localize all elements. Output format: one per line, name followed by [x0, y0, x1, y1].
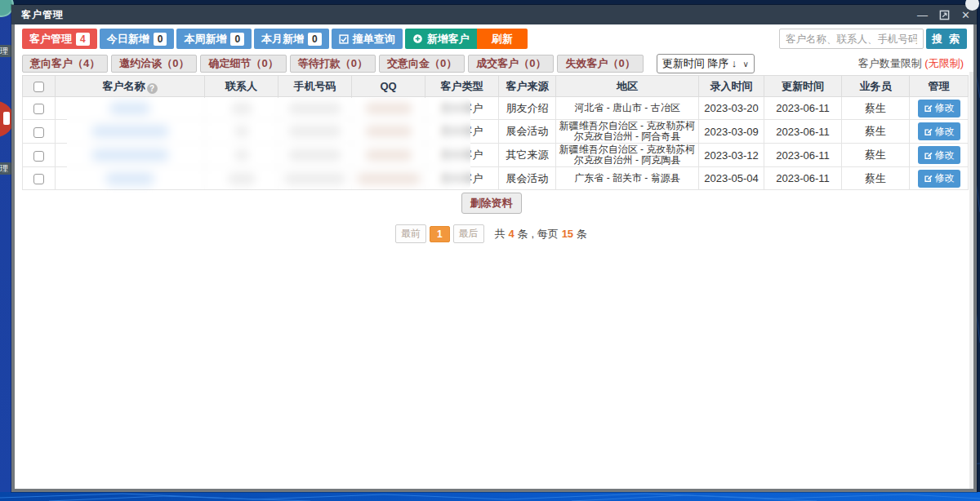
tab-closed-customers[interactable]: 成交客户（0）: [468, 55, 554, 73]
salesperson-cell: 蔡生: [842, 97, 910, 120]
new-this-month-button[interactable]: 本月新增 0: [254, 29, 329, 49]
help-icon[interactable]: [147, 83, 158, 94]
created-time-cell: 2023-05-04: [699, 167, 764, 190]
maximize-icon: [939, 10, 950, 20]
phone-blurred: [284, 173, 345, 184]
edit-button[interactable]: 修改: [918, 122, 960, 140]
background-app-sidebar: 理 理: [0, 0, 11, 492]
col-qq: QQ: [352, 76, 425, 97]
customers-button[interactable]: 客户管理 4: [22, 29, 97, 49]
delete-records-button[interactable]: 删除资料: [461, 193, 522, 214]
pagination: 最前 1 最后 共 4 条 , 每页 15 条: [15, 224, 968, 243]
refresh-button[interactable]: 刷新: [477, 29, 528, 49]
customer-source-cell: 展会活动: [499, 167, 556, 190]
add-customer-button[interactable]: 新增客户: [405, 29, 477, 49]
edit-icon: [924, 127, 933, 136]
row-checkbox[interactable]: [33, 127, 44, 138]
refresh-label: 刷新: [492, 32, 513, 47]
check-square-icon: [339, 34, 349, 44]
customer-name-link-blurred[interactable]: [105, 173, 154, 184]
edit-icon: [924, 174, 933, 183]
customers-count-badge: 4: [76, 33, 90, 46]
qq-blurred: [365, 149, 412, 161]
duplicate-check-label: 撞单查询: [353, 32, 395, 47]
col-customer-name: 客户名称: [56, 76, 205, 97]
tab-awaiting-payment[interactable]: 等待打款（0）: [290, 55, 376, 73]
contact-blurred: [231, 103, 252, 114]
duplicate-check-button[interactable]: 撞单查询: [332, 29, 403, 49]
new-this-month-badge: 0: [308, 33, 322, 46]
close-button[interactable]: ✕: [961, 10, 970, 20]
col-updated-time: 更新时间: [764, 76, 842, 97]
tab-intent-customers[interactable]: 意向客户（4）: [22, 55, 108, 73]
col-customer-type: 客户类型: [425, 76, 499, 97]
window-titlebar[interactable]: 客户管理 — ✕: [11, 5, 977, 24]
minimize-button[interactable]: —: [917, 10, 928, 20]
region-cell: 河北省 - 唐山市 - 古冶区: [556, 97, 699, 120]
background-menu-badge[interactable]: 理: [0, 45, 12, 57]
window-title: 客户管理: [21, 8, 64, 22]
edit-button[interactable]: 修改: [918, 100, 960, 117]
window-body: 客户管理 4 今日新增 0 本周新增 0 本月新增 0 撞单查询: [11, 24, 977, 492]
tab-deposit-paid[interactable]: 交意向金（0）: [379, 55, 465, 73]
toolbar: 客户管理 4 今日新增 0 本周新增 0 本月新增 0 撞单查询: [15, 24, 973, 51]
background-menu-badge[interactable]: 理: [0, 162, 12, 175]
col-customer-source: 客户来源: [499, 76, 556, 97]
chevron-down-icon: [742, 57, 748, 69]
customer-name-link-blurred[interactable]: [109, 103, 150, 114]
edit-icon: [924, 104, 933, 113]
tab-invite-negotiation[interactable]: 邀约洽谈（0）: [111, 55, 197, 73]
new-this-week-label: 本周新增: [184, 32, 226, 47]
customer-type-cell: 意向客户: [425, 144, 499, 167]
first-page-button[interactable]: 最前: [395, 224, 426, 243]
sort-order-value: 更新时间 降序 ↓: [662, 56, 737, 71]
last-page-button[interactable]: 最后: [453, 224, 484, 243]
new-this-week-button[interactable]: 本周新增 0: [176, 29, 252, 49]
maximize-button[interactable]: [939, 10, 950, 20]
scrollbar[interactable]: [969, 72, 973, 489]
customer-type-cell: 意向客户: [425, 97, 499, 120]
table-header-row: 客户名称 联系人 手机号码 QQ 客户类型 客户来源 地区 录入时间 更新时间 …: [23, 76, 969, 97]
customer-source-cell: 朋友介绍: [499, 97, 556, 120]
row-checkbox[interactable]: [33, 104, 44, 114]
edit-button[interactable]: 修改: [918, 146, 960, 164]
row-checkbox[interactable]: [33, 174, 44, 184]
salesperson-cell: 蔡生: [842, 167, 910, 190]
row-checkbox[interactable]: [33, 151, 44, 162]
created-time-cell: 2023-03-20: [699, 97, 764, 120]
filter-bar: 意向客户（4） 邀约洽谈（0） 确定细节（0） 等待打款（0） 交意向金（0） …: [15, 51, 973, 73]
tab-confirm-details[interactable]: 确定细节（0）: [200, 55, 286, 73]
table-row: 意向客户 其它来源 新疆维吾尔自治区 - 克孜勒苏柯尔克孜自治州 - 阿克陶县 …: [23, 144, 969, 167]
contact-blurred: [234, 149, 249, 161]
customer-name-link-blurred[interactable]: [91, 149, 169, 161]
current-page-indicator[interactable]: 1: [430, 226, 450, 242]
customer-name-link-blurred[interactable]: [91, 126, 169, 137]
updated-time-cell: 2023-06-11: [764, 97, 842, 120]
tab-lost-customers[interactable]: 失效客户（0）: [557, 55, 643, 73]
taskbar-strip: [0, 492, 980, 501]
table-row: 意向客户 展会活动 广东省 - 韶关市 - 翁源县 2023-05-04 202…: [23, 167, 969, 190]
edit-button[interactable]: 修改: [918, 170, 960, 188]
customers-button-label: 客户管理: [29, 32, 72, 47]
region-cell: 新疆维吾尔自治区 - 克孜勒苏柯尔克孜自治州 - 阿合奇县: [556, 120, 699, 144]
new-this-month-label: 本月新增: [261, 32, 304, 47]
new-today-button[interactable]: 今日新增 0: [100, 29, 175, 49]
col-salesperson: 业务员: [842, 76, 910, 97]
add-customer-label: 新增客户: [427, 32, 470, 47]
pagination-summary: 共 4 条 , 每页 15 条: [495, 227, 588, 242]
col-phone: 手机号码: [278, 76, 352, 97]
new-today-label: 今日新增: [107, 32, 149, 47]
customer-limit-text: 客户数量限制 (无限制): [858, 56, 964, 71]
salesperson-cell: 蔡生: [842, 120, 910, 144]
customer-limit-value: (无限制): [924, 57, 964, 69]
sort-order-select[interactable]: 更新时间 降序 ↓: [657, 54, 755, 73]
customer-type-cell: 意向客户: [425, 120, 499, 144]
search-button[interactable]: 搜 索: [926, 29, 967, 49]
phone-blurred: [288, 149, 341, 161]
select-all-checkbox[interactable]: [33, 82, 44, 92]
new-this-week-badge: 0: [230, 33, 244, 46]
col-created-time: 录入时间: [699, 76, 764, 97]
col-manage: 管理: [910, 76, 969, 97]
search-input[interactable]: [779, 29, 924, 49]
edit-icon: [924, 151, 933, 160]
